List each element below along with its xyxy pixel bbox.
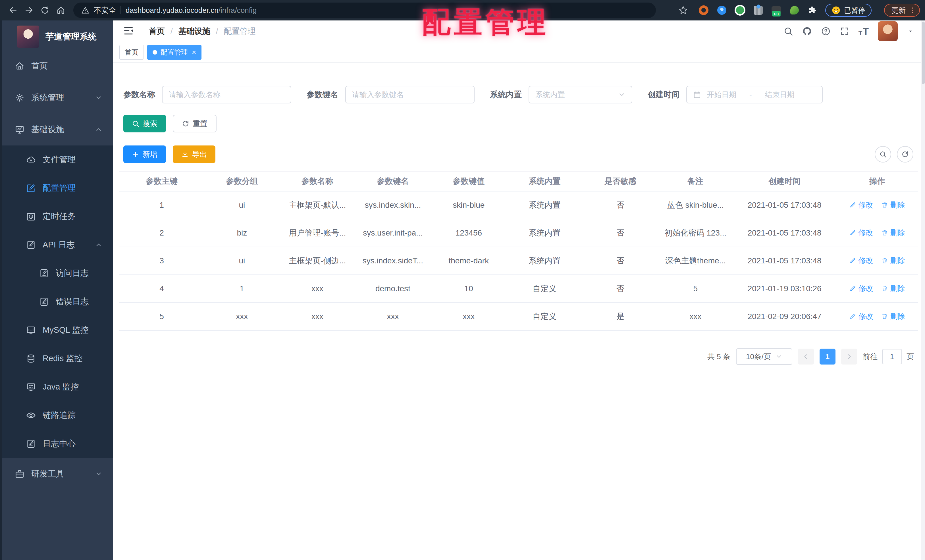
chevron-up-icon (95, 241, 102, 248)
close-tab-icon[interactable]: × (192, 48, 196, 56)
tab-home[interactable]: 首页 (119, 45, 144, 60)
sidebar-item-2[interactable]: 基础设施 (2, 114, 113, 146)
extension-icon-gray-grid[interactable] (753, 5, 764, 16)
sidebar-item-label: 日志中心 (43, 438, 75, 450)
sidebar-item-9[interactable]: MySQL 监控 (2, 316, 113, 344)
prev-page-button[interactable] (798, 349, 814, 364)
next-page-button[interactable] (841, 349, 857, 364)
edit-link[interactable]: 修改 (850, 228, 873, 238)
delete-link[interactable]: 删除 (881, 200, 905, 210)
extension-icon-blue-pin[interactable] (716, 5, 728, 16)
sidebar: 芋道管理系统 首页系统管理基础设施文件管理配置管理定时任务API 日志访问日志错… (0, 21, 113, 560)
sidebar-item-10[interactable]: Redis 监控 (2, 344, 113, 373)
tab-config-management[interactable]: 配置管理 × (147, 45, 202, 60)
edit-link[interactable]: 修改 (850, 312, 873, 321)
help-icon[interactable] (821, 26, 831, 36)
sidebar-item-7[interactable]: 访问日志 (2, 259, 113, 288)
edit-link[interactable]: 修改 (850, 200, 873, 210)
trash-icon (881, 257, 888, 264)
user-avatar[interactable] (878, 21, 898, 41)
goto-page-input[interactable] (882, 349, 902, 364)
create-time-range-picker[interactable]: 开始日期 - 结束日期 (686, 86, 823, 104)
table-toolbar-row: 新增 导出 (124, 146, 918, 163)
update-browser-button[interactable]: 更新 (884, 4, 920, 17)
add-button[interactable]: 新增 (124, 146, 166, 163)
param-name-input[interactable] (169, 90, 285, 99)
export-button[interactable]: 导出 (173, 146, 215, 163)
sidebar-item-1[interactable]: 系统管理 (2, 82, 113, 114)
table-cell: ui (204, 247, 280, 275)
log-icon (26, 240, 36, 250)
sidebar-item-11[interactable]: Java 监控 (2, 373, 113, 401)
tab-label: 配置管理 (161, 48, 188, 57)
overlay-page-title: 配置管理 (422, 3, 549, 42)
back-button[interactable] (5, 2, 21, 18)
forward-button[interactable] (21, 2, 37, 18)
github-icon[interactable] (802, 26, 812, 36)
sidebar-item-label: 文件管理 (43, 154, 75, 166)
pencil-icon (850, 202, 856, 208)
delete-link[interactable]: 删除 (881, 228, 905, 238)
tab-label: 首页 (125, 48, 139, 57)
table-cell: 主框架页-默认... (280, 191, 355, 219)
browser-home-button[interactable] (53, 2, 69, 18)
sidebar-item-13[interactable]: 日志中心 (2, 430, 113, 458)
kebab-menu-icon[interactable] (909, 6, 916, 14)
calendar-icon (693, 90, 701, 99)
sidebar-item-5[interactable]: 定时任务 (2, 202, 113, 231)
param-key-field (345, 86, 475, 104)
delete-link[interactable]: 删除 (881, 283, 905, 294)
sidebar-item-6[interactable]: API 日志 (2, 231, 113, 259)
search-button[interactable]: 搜索 (124, 115, 166, 132)
url-host: dashboard.yudao.iocoder.cn (126, 6, 218, 15)
reset-button[interactable]: 重置 (173, 115, 217, 132)
sidebar-collapse-icon[interactable] (123, 25, 135, 38)
table-cell: 自定义 (507, 303, 583, 330)
table-cell: 否 (583, 247, 658, 275)
breadcrumb-item-infra[interactable]: 基础设施 (178, 26, 210, 37)
extension-icon-on-badge[interactable] (771, 5, 782, 16)
log-icon (26, 439, 36, 449)
edit-link[interactable]: 修改 (850, 256, 873, 266)
extensions-puzzle-icon[interactable] (807, 5, 818, 16)
table-cell: demo.test (355, 275, 431, 303)
sidebar-item-4[interactable]: 配置管理 (2, 174, 113, 202)
app-logo-row[interactable]: 芋道管理系统 (2, 21, 113, 50)
sidebar-item-12[interactable]: 链路追踪 (2, 401, 113, 430)
fullscreen-icon[interactable] (840, 26, 850, 36)
refresh-table-button[interactable] (897, 146, 913, 163)
paused-badge[interactable]: 已暂停 (825, 4, 872, 17)
sidebar-item-14[interactable]: 研发工具 (2, 458, 113, 490)
edit-link[interactable]: 修改 (850, 283, 873, 294)
current-page-button[interactable]: 1 (820, 349, 836, 364)
extension-icon-green-leaf[interactable] (789, 5, 800, 16)
scrollbar-thumb[interactable] (922, 22, 925, 84)
page-scrollbar[interactable] (921, 21, 925, 560)
font-size-icon[interactable]: TT (859, 26, 869, 37)
header-search-icon[interactable] (783, 26, 793, 36)
builtin-select-placeholder: 系统内置 (535, 90, 565, 100)
user-menu-caret-icon[interactable] (907, 27, 914, 35)
column-header: 参数键名 (355, 171, 431, 191)
delete-link[interactable]: 删除 (881, 312, 905, 321)
sidebar-item-label: 错误日志 (56, 296, 89, 307)
table-cell: 系统内置 (507, 191, 583, 219)
extension-icon-orange-ring[interactable] (698, 5, 709, 16)
extension-icon-green-circle[interactable] (734, 5, 746, 16)
address-bar[interactable]: 不安全 dashboard.yudao.iocoder.cn/infra/con… (73, 3, 656, 18)
table-row: 1ui主框架页-默认...sys.index.skin...skin-blue系… (119, 191, 918, 219)
bookmark-star-icon[interactable] (675, 2, 691, 18)
reload-button[interactable] (37, 2, 53, 18)
param-key-input[interactable] (352, 90, 468, 99)
sidebar-item-8[interactable]: 错误日志 (2, 288, 113, 316)
sidebar-item-3[interactable]: 文件管理 (2, 146, 113, 174)
timer-icon (26, 212, 36, 221)
sidebar-item-0[interactable]: 首页 (2, 50, 113, 82)
sidebar-item-label: 链路追踪 (43, 410, 75, 421)
toggle-search-button[interactable] (875, 146, 891, 163)
sidebar-item-label: 系统管理 (31, 92, 64, 104)
page-size-select[interactable]: 10条/页 (736, 348, 792, 365)
builtin-select[interactable]: 系统内置 (529, 86, 632, 104)
breadcrumb-item-home[interactable]: 首页 (149, 26, 165, 37)
delete-link[interactable]: 删除 (881, 256, 905, 266)
